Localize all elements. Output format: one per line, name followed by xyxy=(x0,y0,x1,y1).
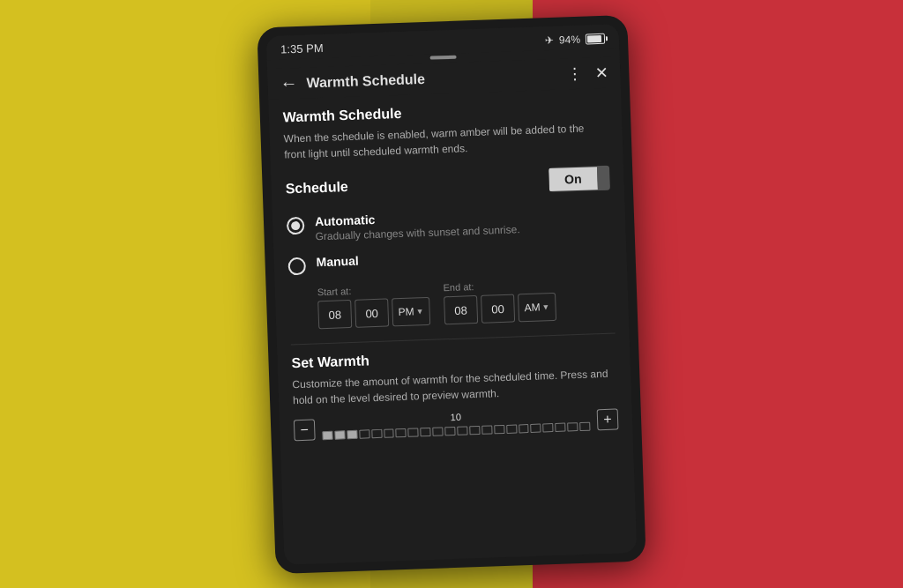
slider-segment-15 xyxy=(506,424,517,433)
end-hour-input[interactable]: 08 xyxy=(444,294,478,324)
schedule-label: Schedule xyxy=(285,179,348,197)
slider-decrease-button[interactable]: − xyxy=(294,419,316,441)
slider-segment-11 xyxy=(457,426,467,435)
start-hour-input[interactable]: 08 xyxy=(317,299,352,328)
nav-title: Warmth Schedule xyxy=(306,65,566,90)
start-label: Start at: xyxy=(317,282,429,296)
time-picker-section: Start at: 08 00 PM ▼ xyxy=(317,276,615,329)
back-button[interactable]: ← xyxy=(280,72,298,93)
nav-actions: ⋮ ✕ xyxy=(566,63,608,84)
slider-segment-20 xyxy=(567,422,578,431)
manual-label: Manual xyxy=(316,244,612,269)
tablet-device: 1:35 PM ✈ 94% ← Warmth Schedule ⋮ xyxy=(257,14,646,573)
time-picker-row: Start at: 08 00 PM ▼ xyxy=(317,276,615,329)
slider-segment-0 xyxy=(322,430,332,439)
slider-value-label: 10 xyxy=(451,411,462,421)
tablet-outer-frame: 1:35 PM ✈ 94% ← Warmth Schedule ⋮ xyxy=(257,14,646,573)
slider-segment-6 xyxy=(396,428,407,436)
battery-fill xyxy=(587,34,601,42)
slider-track-wrapper: 10 xyxy=(322,406,591,442)
slider-segment-19 xyxy=(555,422,565,431)
status-icons: ✈ 94% xyxy=(545,32,605,46)
airplane-mode-icon: ✈ xyxy=(545,33,554,46)
status-time: 1:35 PM xyxy=(280,41,324,56)
close-button[interactable]: ✕ xyxy=(594,63,608,83)
end-minute-input[interactable]: 00 xyxy=(481,294,515,323)
slider-segment-18 xyxy=(542,423,553,432)
slider-increase-button[interactable]: + xyxy=(597,407,619,429)
end-ampm-arrow-icon: ▼ xyxy=(541,302,549,311)
manual-content: Manual xyxy=(316,244,612,269)
automatic-content: Automatic Gradually changes with sunset … xyxy=(315,204,612,242)
slider-segment-17 xyxy=(531,423,541,432)
warmth-slider-container: − 10 + xyxy=(294,406,619,443)
more-options-button[interactable]: ⋮ xyxy=(566,63,583,84)
automatic-option[interactable]: Automatic Gradually changes with sunset … xyxy=(287,204,612,243)
start-minute-input[interactable]: 00 xyxy=(354,298,389,327)
slider-segment-9 xyxy=(432,427,443,435)
slider-segment-14 xyxy=(494,425,504,434)
start-ampm-arrow-icon: ▼ xyxy=(415,307,423,316)
slider-segment-7 xyxy=(408,428,419,436)
start-time-inputs: 08 00 PM ▼ xyxy=(317,296,430,328)
end-time-inputs: 08 00 AM ▼ xyxy=(444,292,556,324)
start-time-group: Start at: 08 00 PM ▼ xyxy=(317,282,431,328)
slider-segment-21 xyxy=(579,421,590,430)
warmth-description: Customize the amount of warmth for the s… xyxy=(292,365,617,408)
set-warmth-section: Set Warmth Customize the amount of warmt… xyxy=(291,332,619,443)
manual-option[interactable]: Manual xyxy=(287,244,613,275)
slider-segment-2 xyxy=(347,429,357,438)
warmth-schedule-description: When the schedule is enabled, warm amber… xyxy=(283,119,608,162)
start-ampm-selector[interactable]: PM ▼ xyxy=(392,296,430,325)
slider-track[interactable] xyxy=(322,420,590,442)
slider-segment-16 xyxy=(519,424,529,433)
battery-percent: 94% xyxy=(559,33,581,46)
slider-segment-10 xyxy=(444,426,455,435)
schedule-row: Schedule On xyxy=(285,165,610,201)
end-label: End at: xyxy=(443,278,555,292)
end-ampm-selector[interactable]: AM ▼ xyxy=(518,292,556,321)
slider-segment-3 xyxy=(359,429,369,438)
schedule-toggle[interactable]: On xyxy=(549,165,610,191)
content-area: Warmth Schedule When the schedule is ena… xyxy=(268,87,637,565)
slider-segment-13 xyxy=(481,425,492,434)
manual-radio-button[interactable] xyxy=(287,257,306,275)
toggle-on-label[interactable]: On xyxy=(549,167,598,191)
slider-segment-4 xyxy=(371,428,382,437)
swipe-line xyxy=(430,55,457,59)
toggle-off-indicator xyxy=(597,165,610,190)
end-ampm-value: AM xyxy=(524,301,540,314)
slider-segment-12 xyxy=(469,425,480,434)
automatic-radio-button[interactable] xyxy=(287,216,305,234)
slider-segment-8 xyxy=(421,427,431,435)
start-ampm-value: PM xyxy=(398,305,414,318)
battery-icon xyxy=(586,33,605,44)
end-time-group: End at: 08 00 AM ▼ xyxy=(443,278,556,324)
slider-segment-5 xyxy=(384,428,394,437)
slider-segment-1 xyxy=(334,430,345,439)
tablet-screen: 1:35 PM ✈ 94% ← Warmth Schedule ⋮ xyxy=(266,24,638,565)
